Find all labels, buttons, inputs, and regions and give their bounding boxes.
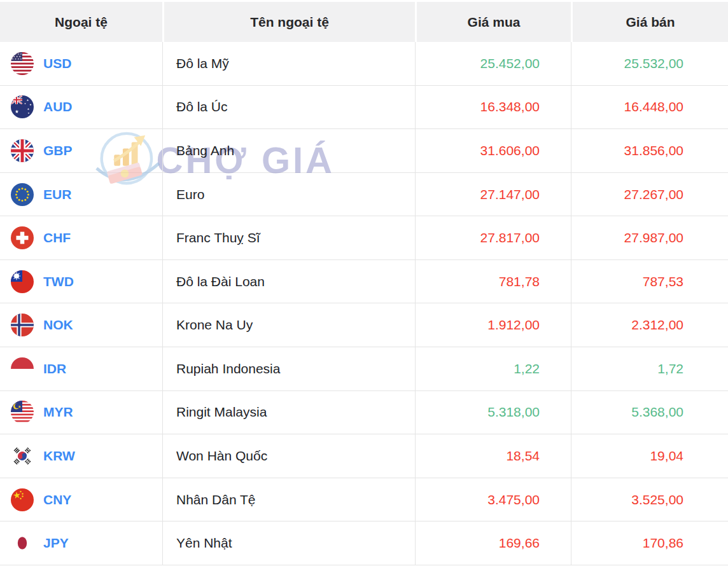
header-sell-price: Giá bán bbox=[571, 2, 728, 42]
currency-row-chf: CHF Franc Thuỵ Sĩ 27.817,00 27.987,00 bbox=[0, 216, 728, 260]
myr-flag-icon bbox=[11, 401, 34, 424]
currency-code-link[interactable]: TWD bbox=[43, 274, 74, 289]
currency-code-link[interactable]: MYR bbox=[43, 404, 73, 420]
buy-price: 781,78 bbox=[415, 260, 571, 303]
currency-code-link[interactable]: GBP bbox=[43, 143, 73, 158]
buy-price: 18,54 bbox=[415, 434, 571, 478]
currency-row-gbp: GBP Bảng Anh 31.606,00 31.856,00 bbox=[0, 129, 728, 173]
currency-row-jpy: JPY Yên Nhật 169,66 170,86 bbox=[0, 521, 728, 565]
currency-row-twd: TWD Đô la Đài Loan 781,78 787,53 bbox=[0, 260, 728, 304]
currency-name: Bảng Anh bbox=[162, 129, 415, 172]
buy-price: 1.912,00 bbox=[415, 303, 571, 347]
sell-price: 2.312,00 bbox=[571, 303, 728, 347]
currency-code-link[interactable]: KRW bbox=[43, 448, 75, 464]
header-currency-name: Tên ngoại tệ bbox=[162, 2, 415, 42]
currency-row-krw: KRW Won Hàn Quốc 18,54 19,04 bbox=[0, 434, 728, 478]
sell-price: 27.267,00 bbox=[571, 173, 728, 216]
header-currency: Ngoại tệ bbox=[0, 2, 162, 42]
buy-price: 27.147,00 bbox=[415, 173, 571, 216]
currency-code-link[interactable]: JPY bbox=[43, 535, 69, 551]
buy-price: 5.318,00 bbox=[415, 391, 571, 434]
buy-price: 169,66 bbox=[415, 521, 571, 565]
currency-name: Đô la Mỹ bbox=[162, 42, 415, 85]
buy-price: 25.452,00 bbox=[415, 42, 571, 85]
sell-price: 31.856,00 bbox=[571, 129, 728, 172]
currency-name: Ringit Malaysia bbox=[162, 391, 415, 434]
jpy-flag-icon bbox=[11, 532, 34, 555]
currency-row-nok: NOK Krone Na Uy 1.912,00 2.312,00 bbox=[0, 303, 728, 347]
aud-flag-icon bbox=[11, 95, 34, 118]
currency-code-link[interactable]: AUD bbox=[43, 99, 73, 114]
currency-code-link[interactable]: CNY bbox=[43, 492, 71, 507]
currency-code-link[interactable]: CHF bbox=[43, 230, 71, 245]
currency-row-cny: CNY Nhân Dân Tệ 3.475,00 3.525,00 bbox=[0, 478, 728, 522]
sell-price: 16.448,00 bbox=[571, 86, 728, 129]
sell-price: 27.987,00 bbox=[571, 216, 728, 259]
sell-price: 787,53 bbox=[571, 260, 728, 303]
chf-flag-icon bbox=[11, 226, 34, 249]
currency-name: Krone Na Uy bbox=[162, 303, 415, 347]
currency-code-link[interactable]: USD bbox=[43, 56, 71, 71]
currency-row-idr: IDR Rupiah Indonesia 1,22 1,72 bbox=[0, 347, 728, 391]
buy-price: 16.348,00 bbox=[415, 86, 571, 129]
exchange-rate-table-page: Ngoại tệ Tên ngoại tệ Giá mua Giá bán US… bbox=[0, 0, 728, 566]
idr-flag-icon bbox=[11, 357, 34, 380]
sell-price: 25.532,00 bbox=[571, 42, 728, 85]
currency-name: Rupiah Indonesia bbox=[162, 347, 415, 390]
currency-row-usd: USD Đô la Mỹ 25.452,00 25.532,00 bbox=[0, 42, 728, 86]
buy-price: 31.606,00 bbox=[415, 129, 571, 172]
currency-name: Nhân Dân Tệ bbox=[162, 478, 415, 521]
currency-name: Won Hàn Quốc bbox=[162, 434, 415, 478]
currency-row-myr: MYR Ringit Malaysia 5.318,00 5.368,00 bbox=[0, 391, 728, 435]
table-header: Ngoại tệ Tên ngoại tệ Giá mua Giá bán bbox=[0, 2, 728, 42]
nok-flag-icon bbox=[11, 314, 34, 336]
sell-price: 19,04 bbox=[571, 434, 728, 478]
sell-price: 5.368,00 bbox=[571, 391, 728, 434]
currency-name: Đô la Đài Loan bbox=[162, 260, 415, 303]
currency-row-eur: EUR Euro 27.147,00 27.267,00 bbox=[0, 173, 728, 217]
currency-name: Đô la Úc bbox=[162, 86, 415, 129]
sell-price: 3.525,00 bbox=[571, 478, 728, 521]
twd-flag-icon bbox=[11, 270, 34, 293]
cny-flag-icon bbox=[11, 488, 34, 511]
gbp-flag-icon bbox=[11, 139, 34, 162]
currency-name: Yên Nhật bbox=[162, 521, 415, 565]
sell-price: 1,72 bbox=[571, 347, 728, 390]
header-buy-price: Giá mua bbox=[415, 2, 571, 42]
krw-flag-icon bbox=[11, 445, 34, 467]
usd-flag-icon bbox=[11, 52, 34, 75]
eur-flag-icon bbox=[11, 183, 34, 206]
currency-name: Franc Thuỵ Sĩ bbox=[162, 216, 415, 259]
buy-price: 27.817,00 bbox=[415, 216, 571, 259]
currency-code-link[interactable]: NOK bbox=[43, 317, 73, 333]
currency-code-link[interactable]: EUR bbox=[43, 187, 71, 202]
currency-name: Euro bbox=[162, 173, 415, 216]
currency-code-link[interactable]: IDR bbox=[43, 361, 66, 376]
buy-price: 3.475,00 bbox=[415, 478, 571, 521]
sell-price: 170,86 bbox=[571, 521, 728, 565]
currency-row-aud: AUD Đô la Úc 16.348,00 16.448,00 bbox=[0, 86, 728, 130]
buy-price: 1,22 bbox=[415, 347, 571, 390]
